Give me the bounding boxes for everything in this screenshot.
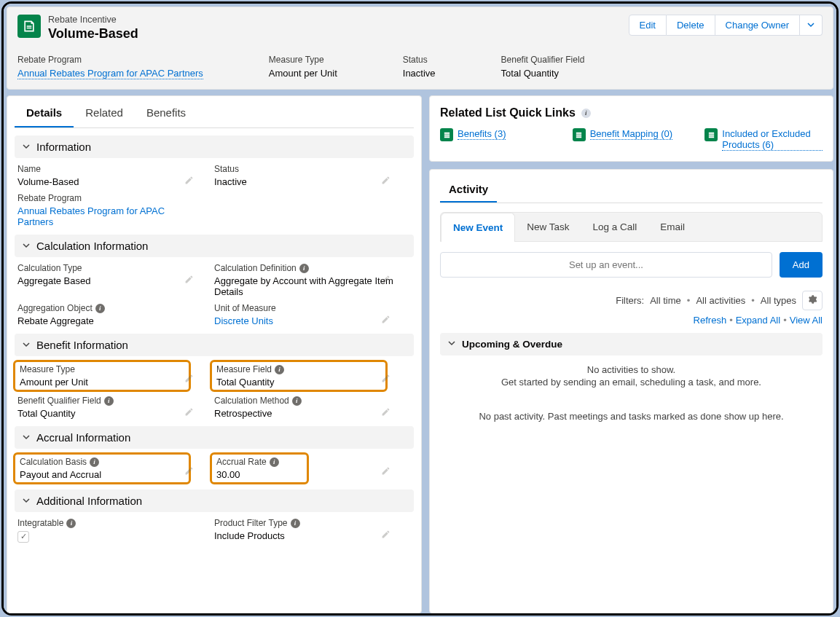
calc-type-value: Aggregate Based xyxy=(17,275,200,286)
benefit-qual-label: Benefit Qualifier Field i xyxy=(17,396,200,406)
ql-products-link[interactable]: Included or Excluded Products (6) xyxy=(722,128,823,151)
calc-def-label: Calculation Definition i xyxy=(214,263,396,273)
section-benefit-title: Benefit Information xyxy=(36,339,128,351)
info-icon[interactable]: i xyxy=(581,109,591,118)
calc-basis-value: Payout and Accrual xyxy=(20,469,184,480)
benefits-icon xyxy=(440,128,453,141)
integratable-checkbox: ✓ xyxy=(17,531,29,543)
section-benefit[interactable]: Benefit Information xyxy=(15,334,414,356)
filter-activities: All activities xyxy=(696,295,745,306)
uom-value[interactable]: Discrete Units xyxy=(214,315,396,326)
filter-time: All time xyxy=(650,295,681,306)
info-icon[interactable]: i xyxy=(292,396,302,406)
section-accrual[interactable]: Accrual Information xyxy=(15,426,414,449)
product-filter-value: Include Products xyxy=(214,530,396,541)
section-additional[interactable]: Additional Information xyxy=(15,490,414,512)
filter-types: All types xyxy=(761,295,796,306)
section-information[interactable]: Information xyxy=(15,135,414,158)
edit-calc-basis-icon[interactable] xyxy=(184,466,194,478)
section-calculation[interactable]: Calculation Information xyxy=(15,235,414,257)
rebate-program-value[interactable]: Annual Rebates Program for APAC Partners xyxy=(17,205,200,227)
activity-card: Activity New Event New Task Log a Call E… xyxy=(429,169,833,613)
quick-links-card: Related List Quick Links i Benefits (3) … xyxy=(429,95,833,162)
edit-uom-icon[interactable] xyxy=(381,315,390,326)
calc-type-label: Calculation Type xyxy=(17,263,200,273)
edit-button[interactable]: Edit xyxy=(629,15,667,36)
accrual-rate-label: Accrual Rate i xyxy=(216,457,302,467)
hf-rebate-program-link[interactable]: Annual Rebates Program for APAC Partners xyxy=(17,68,203,79)
expand-all-link[interactable]: Expand All xyxy=(736,315,780,326)
tab-details[interactable]: Details xyxy=(15,99,74,127)
tab-benefits[interactable]: Benefits xyxy=(135,99,197,127)
event-input[interactable] xyxy=(440,252,772,278)
chevron-down-icon xyxy=(22,339,31,351)
view-all-link[interactable]: View All xyxy=(790,315,823,326)
empty-title: No activities to show. xyxy=(440,364,823,375)
section-accrual-title: Accrual Information xyxy=(36,431,130,444)
edit-product-filter-icon[interactable] xyxy=(381,530,390,541)
caret-down-icon xyxy=(807,21,815,28)
agg-obj-label: Aggregation Object i xyxy=(17,303,200,313)
chevron-down-icon xyxy=(447,339,456,350)
refresh-link[interactable]: Refresh xyxy=(694,315,727,326)
info-icon[interactable]: i xyxy=(104,396,114,406)
edit-calc-def-icon[interactable] xyxy=(381,275,390,286)
info-icon[interactable]: i xyxy=(90,457,99,467)
name-value: Volume-Based xyxy=(17,176,200,187)
info-icon[interactable]: i xyxy=(291,519,300,528)
quick-links-title: Related List Quick Links xyxy=(440,106,576,119)
add-button[interactable]: Add xyxy=(780,252,823,278)
section-information-title: Information xyxy=(36,141,91,153)
upcoming-section[interactable]: Upcoming & Overdue xyxy=(440,333,823,355)
hf-benefit-qualifier-value: Total Quantity xyxy=(501,68,585,79)
hf-measure-type-value: Amount per Unit xyxy=(269,68,337,79)
info-icon[interactable]: i xyxy=(66,519,76,528)
info-icon[interactable]: i xyxy=(95,304,105,313)
section-calculation-title: Calculation Information xyxy=(36,240,148,252)
products-icon xyxy=(704,128,718,141)
info-icon[interactable]: i xyxy=(270,457,279,467)
object-label: Rebate Incentive xyxy=(48,15,138,25)
gear-icon xyxy=(807,294,817,304)
edit-accrual-rate-icon[interactable] xyxy=(381,466,390,478)
subtab-new-event[interactable]: New Event xyxy=(441,213,515,242)
activity-tab[interactable]: Activity xyxy=(440,177,497,203)
ql-benefits-link[interactable]: Benefits (3) xyxy=(458,128,506,140)
record-name: Volume-Based xyxy=(48,26,138,42)
edit-name-icon[interactable] xyxy=(184,176,194,187)
info-icon[interactable]: i xyxy=(275,365,284,374)
measure-field-value: Total Quantity xyxy=(216,377,381,388)
filter-settings-button[interactable] xyxy=(802,291,823,310)
details-panel: Details Related Benefits Information Nam… xyxy=(7,95,422,613)
subtab-log-call[interactable]: Log a Call xyxy=(581,213,649,241)
calc-method-value: Retrospective xyxy=(214,408,396,419)
tab-related[interactable]: Related xyxy=(74,99,135,127)
chevron-down-icon xyxy=(22,240,31,252)
subtab-new-task[interactable]: New Task xyxy=(515,213,581,241)
hf-rebate-program-label: Rebate Program xyxy=(17,55,203,65)
delete-button[interactable]: Delete xyxy=(667,15,715,36)
agg-obj-value: Rebate Aggregate xyxy=(17,315,200,326)
edit-benefit-qual-icon[interactable] xyxy=(184,407,194,419)
edit-calc-method-icon[interactable] xyxy=(381,407,390,419)
accrual-rate-value: 30.00 xyxy=(216,469,302,480)
rebate-program-label: Rebate Program xyxy=(17,193,200,203)
calc-def-value: Aggregate by Account with Aggregate Item… xyxy=(214,275,396,297)
ql-mapping-link[interactable]: Benefit Mapping (0) xyxy=(590,128,672,140)
edit-calc-type-icon[interactable] xyxy=(184,275,194,286)
name-label: Name xyxy=(17,164,200,174)
subtab-email[interactable]: Email xyxy=(648,213,696,241)
info-icon[interactable]: i xyxy=(299,264,309,273)
calc-basis-label: Calculation Basis i xyxy=(20,457,184,467)
hf-measure-type-label: Measure Type xyxy=(269,55,337,65)
more-actions-button[interactable] xyxy=(800,15,823,36)
edit-status-icon[interactable] xyxy=(381,176,390,187)
product-filter-label: Product Filter Type i xyxy=(214,518,396,528)
measure-type-label: Measure Type xyxy=(20,364,184,374)
edit-measure-field-icon[interactable] xyxy=(381,374,390,385)
mapping-icon xyxy=(573,128,586,141)
edit-measure-type-icon[interactable] xyxy=(184,374,194,385)
past-msg: No past activity. Past meetings and task… xyxy=(440,411,823,422)
change-owner-button[interactable]: Change Owner xyxy=(715,15,800,36)
status-value: Inactive xyxy=(214,176,396,187)
